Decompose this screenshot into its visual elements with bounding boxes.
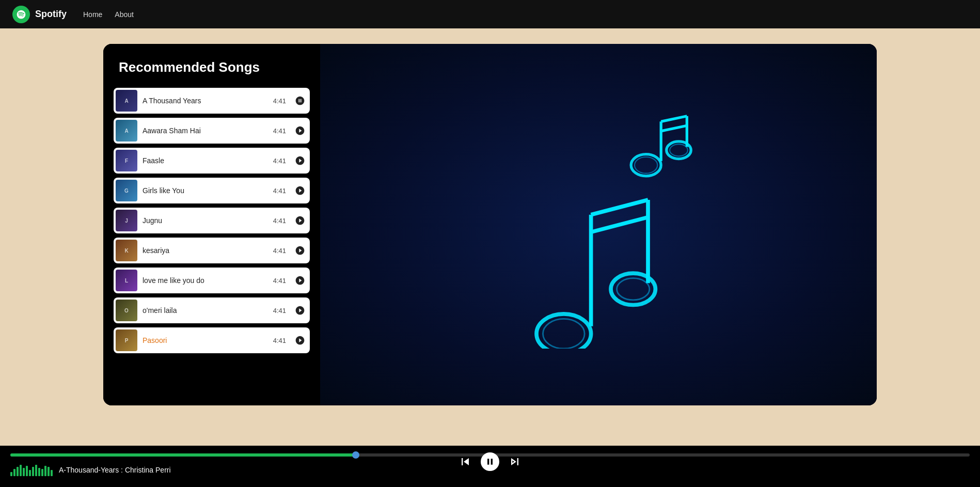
- eq-bar: [48, 467, 50, 476]
- song-item[interactable]: GGirls like You4:41: [114, 178, 310, 203]
- song-name: love me like you do: [143, 276, 268, 285]
- svg-point-15: [670, 144, 688, 156]
- eq-bar: [32, 467, 34, 476]
- song-name: Pasoori: [143, 336, 268, 344]
- play-icon[interactable]: [294, 185, 306, 196]
- song-thumb: O: [116, 300, 137, 321]
- eq-bar: [44, 466, 46, 476]
- equalizer: [10, 464, 53, 476]
- eq-bar: [17, 467, 19, 476]
- song-name: o'meri laila: [143, 306, 268, 315]
- track-info: A-Thousand-Years : Christina Perri: [59, 466, 171, 474]
- eq-bar: [10, 472, 12, 476]
- song-item[interactable]: FFaasle4:41: [114, 148, 310, 174]
- song-duration: 4:41: [273, 97, 286, 105]
- song-duration: 4:41: [273, 127, 286, 135]
- eq-bar: [13, 469, 15, 476]
- svg-line-10: [661, 116, 687, 122]
- pause-icon[interactable]: [294, 95, 306, 106]
- song-name: kesariya: [143, 246, 268, 255]
- eq-bar: [41, 469, 43, 476]
- song-duration: 4:41: [273, 217, 286, 225]
- eq-bar: [51, 470, 53, 476]
- song-thumb: L: [116, 270, 137, 291]
- eq-bar: [20, 465, 22, 476]
- eq-bar: [26, 466, 28, 476]
- svg-line-2: [591, 200, 648, 215]
- song-duration: 4:41: [273, 337, 286, 344]
- song-duration: 4:41: [273, 247, 286, 255]
- song-item[interactable]: PPasoori4:41: [114, 327, 310, 353]
- play-icon[interactable]: [294, 125, 306, 136]
- pause-button[interactable]: [481, 452, 499, 471]
- song-duration: 4:41: [273, 277, 286, 285]
- visual-panel: [320, 44, 877, 405]
- eq-bar: [29, 470, 31, 476]
- song-item[interactable]: Llove me like you do4:41: [114, 268, 310, 293]
- music-notes-svg: [475, 101, 722, 349]
- svg-point-7: [617, 278, 650, 300]
- song-thumb: K: [116, 240, 137, 261]
- main-card: Recommended Songs AA Thousand Years4:41A…: [103, 44, 877, 405]
- progress-thumb: [352, 451, 359, 459]
- songs-list: AA Thousand Years4:41AAawara Sham Hai4:4…: [114, 88, 310, 353]
- svg-line-11: [661, 125, 687, 131]
- nav-home[interactable]: Home: [83, 10, 102, 19]
- song-thumb: P: [116, 329, 137, 351]
- brand-name: Spotify: [35, 9, 67, 20]
- eq-bar: [38, 468, 40, 476]
- play-icon[interactable]: [294, 305, 306, 316]
- song-item[interactable]: AAawara Sham Hai4:41: [114, 118, 310, 144]
- song-item[interactable]: Kkesariya4:41: [114, 238, 310, 263]
- main-content: Recommended Songs AA Thousand Years4:41A…: [0, 28, 980, 446]
- song-thumb: A: [116, 90, 137, 112]
- navbar: Spotify Home About: [0, 0, 980, 28]
- svg-line-3: [591, 217, 648, 232]
- song-name: Girls like You: [143, 186, 268, 195]
- music-notes-visual: [320, 44, 877, 405]
- nav-links: Home About: [83, 10, 134, 19]
- song-duration: 4:41: [273, 157, 286, 165]
- song-list-panel: Recommended Songs AA Thousand Years4:41A…: [103, 44, 320, 405]
- prev-button[interactable]: [458, 454, 472, 469]
- progress-fill: [10, 453, 356, 457]
- brand: Spotify: [12, 6, 67, 23]
- play-icon[interactable]: [294, 215, 306, 226]
- spotify-logo-icon: [12, 6, 30, 23]
- play-icon[interactable]: [294, 245, 306, 256]
- svg-point-14: [635, 157, 657, 174]
- song-thumb: F: [116, 150, 137, 171]
- song-thumb: J: [116, 210, 137, 231]
- song-item[interactable]: JJugnu4:41: [114, 208, 310, 233]
- song-item[interactable]: AA Thousand Years4:41: [114, 88, 310, 114]
- nav-about[interactable]: About: [115, 10, 134, 19]
- play-icon[interactable]: [294, 155, 306, 166]
- control-buttons: [458, 452, 522, 471]
- song-thumb: A: [116, 120, 137, 142]
- play-icon[interactable]: [294, 335, 306, 346]
- song-duration: 4:41: [273, 307, 286, 315]
- panel-title: Recommended Songs: [114, 59, 310, 75]
- song-name: Jugnu: [143, 216, 268, 225]
- eq-bar: [35, 465, 37, 476]
- song-name: A Thousand Years: [143, 97, 268, 105]
- next-button[interactable]: [508, 454, 522, 469]
- song-name: Aawara Sham Hai: [143, 127, 268, 135]
- eq-bar: [23, 468, 25, 476]
- svg-point-6: [543, 319, 584, 349]
- player-bar: A-Thousand-Years : Christina Perri: [0, 446, 980, 487]
- song-thumb: G: [116, 180, 137, 201]
- song-item[interactable]: Oo'meri laila4:41: [114, 297, 310, 323]
- play-icon[interactable]: [294, 275, 306, 286]
- song-duration: 4:41: [273, 187, 286, 195]
- song-name: Faasle: [143, 156, 268, 165]
